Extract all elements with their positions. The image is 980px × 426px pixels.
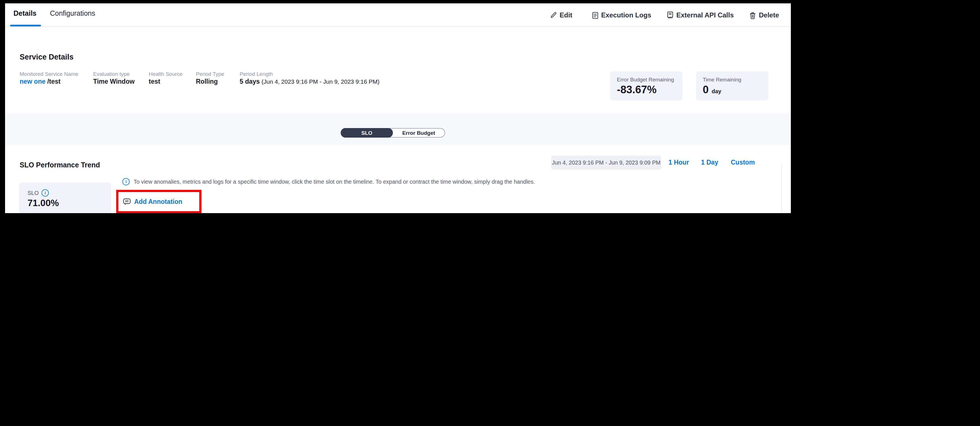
range-custom[interactable]: Custom (731, 159, 755, 166)
health-source-label: Health Source (149, 71, 182, 77)
time-remaining-label: Time Remaining (703, 77, 741, 83)
edit-button[interactable]: Edit (550, 11, 572, 19)
time-remaining-card: Time Remaining 0 day (696, 71, 768, 101)
screenshot-frame: Details Configurations Edit Execution Lo… (0, 0, 980, 213)
service-details-title: Service Details (20, 53, 73, 61)
delete-button[interactable]: Delete (749, 11, 779, 19)
view-toggle: SLO Error Budget (341, 128, 445, 137)
error-budget-remaining-card: Error Budget Remaining -83.67% (610, 71, 682, 101)
trend-title: SLO Performance Trend (20, 161, 100, 169)
trash-icon (749, 11, 756, 19)
active-tab-underline (10, 25, 41, 26)
panel-right-divider (781, 163, 782, 213)
period-length-days: 5 days (240, 78, 260, 85)
toggle-slo[interactable]: SLO (341, 128, 393, 137)
edit-label: Edit (560, 11, 572, 19)
error-budget-remaining-value: -83.67% (617, 84, 657, 96)
add-annotation-button[interactable]: Add Annotation (134, 198, 182, 205)
error-budget-remaining-label: Error Budget Remaining (617, 77, 674, 83)
tab-details[interactable]: Details (13, 10, 37, 18)
time-remaining-unit: day (712, 88, 721, 94)
external-api-calls-label: External API Calls (676, 11, 734, 19)
monitored-service-value: new one /test (20, 78, 60, 85)
info-row: i To view anomalies, metrics and logs fo… (123, 178, 535, 185)
monitored-service-label: Monitored Service Name (20, 71, 78, 77)
slo-card: SLOi 71.00% (19, 182, 111, 213)
date-range-pill[interactable]: Jun 4, 2023 9:16 PM - Jun 9, 2023 9:09 P… (551, 156, 661, 170)
slo-card-value: 71.00% (27, 198, 59, 208)
period-type-value: Rolling (196, 78, 218, 85)
range-1-day[interactable]: 1 Day (701, 159, 718, 166)
tab-bar: Details Configurations Edit Execution Lo… (5, 3, 791, 27)
tab-configurations[interactable]: Configurations (50, 10, 95, 18)
period-length-range: (Jun 4, 2023 9:16 PM - Jun 9, 2023 9:16 … (262, 78, 379, 85)
pencil-icon (550, 12, 557, 19)
document-icon (592, 11, 598, 19)
slo-info-icon[interactable]: i (41, 189, 49, 196)
toggle-error-budget[interactable]: Error Budget (393, 129, 444, 137)
period-type-label: Period Type (196, 71, 224, 77)
health-source-value: test (149, 78, 160, 85)
info-text: To view anomalies, metrics and logs for … (134, 179, 535, 185)
delete-label: Delete (759, 11, 779, 19)
time-remaining-number: 0 (703, 84, 709, 96)
period-length-value: 5 days (Jun 4, 2023 9:16 PM - Jun 9, 202… (240, 78, 379, 85)
range-1-hour[interactable]: 1 Hour (668, 159, 689, 166)
svg-text:API: API (668, 16, 672, 19)
evaluation-type-label: Evaluation type (93, 71, 130, 77)
monitored-service-link[interactable]: new one (20, 78, 46, 85)
speech-bubble-icon (123, 198, 131, 205)
period-length-label: Period Length (240, 71, 273, 77)
info-icon: i (123, 178, 130, 185)
execution-logs-label: Execution Logs (601, 11, 651, 19)
add-annotation-highlight-box: Add Annotation (116, 190, 202, 213)
evaluation-type-value: Time Window (93, 78, 135, 85)
external-api-calls-button[interactable]: API External API Calls (667, 11, 734, 19)
time-remaining-value: 0 day (703, 84, 721, 96)
slo-card-label: SLO (27, 190, 39, 196)
app-panel: Details Configurations Edit Execution Lo… (5, 3, 791, 213)
monitored-service-env: /test (47, 78, 60, 85)
api-document-icon: API (667, 11, 673, 19)
execution-logs-button[interactable]: Execution Logs (592, 11, 651, 19)
